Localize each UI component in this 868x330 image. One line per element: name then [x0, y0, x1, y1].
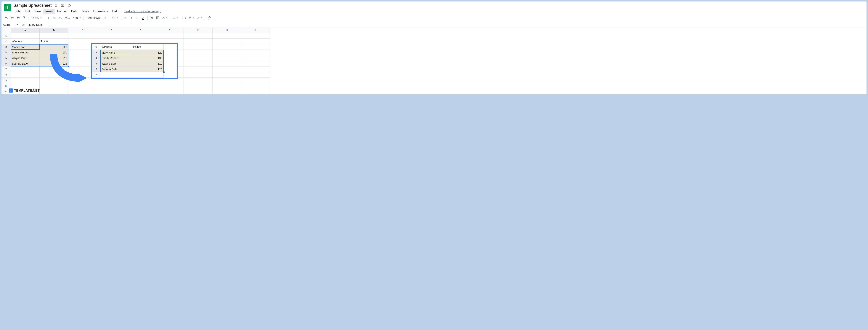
- cell[interactable]: [11, 83, 40, 89]
- cell[interactable]: [241, 61, 270, 66]
- print-button[interactable]: [16, 15, 21, 21]
- cell[interactable]: [241, 55, 270, 61]
- cell[interactable]: [241, 83, 270, 89]
- cell[interactable]: [97, 33, 126, 38]
- cell[interactable]: [241, 89, 270, 94]
- currency-button[interactable]: $: [46, 15, 51, 21]
- col-header-f[interactable]: F: [155, 28, 184, 33]
- cell[interactable]: [213, 55, 241, 61]
- menu-insert[interactable]: Insert: [43, 8, 55, 14]
- cell[interactable]: [213, 50, 241, 55]
- cell[interactable]: Belinda Dale: [11, 61, 40, 66]
- cell[interactable]: [213, 83, 241, 89]
- cell[interactable]: [126, 33, 155, 38]
- menu-tools[interactable]: Tools: [80, 8, 91, 14]
- bold-button[interactable]: B: [123, 15, 128, 21]
- cell[interactable]: [68, 33, 97, 38]
- text-color-button[interactable]: A: [141, 15, 146, 21]
- font-size-select[interactable]: 10▼: [111, 15, 120, 21]
- menu-edit[interactable]: Edit: [23, 8, 32, 14]
- menu-extensions[interactable]: Extensions: [91, 8, 110, 14]
- row-header[interactable]: 8: [1, 72, 11, 78]
- cell[interactable]: [213, 44, 241, 50]
- cell[interactable]: Points: [40, 38, 68, 44]
- cell[interactable]: Winners: [11, 38, 40, 44]
- menu-help[interactable]: Help: [110, 8, 121, 14]
- cell[interactable]: [97, 89, 126, 94]
- cell[interactable]: [213, 33, 241, 38]
- cell[interactable]: [40, 33, 68, 38]
- link-button[interactable]: [207, 15, 212, 21]
- cell[interactable]: 122: [40, 44, 68, 50]
- cell[interactable]: [184, 55, 213, 61]
- cell[interactable]: [241, 38, 270, 44]
- row-header[interactable]: 5: [1, 55, 11, 61]
- font-select[interactable]: Default (Ari...▼: [85, 15, 107, 21]
- doc-title[interactable]: Sample Spreadsheet: [13, 3, 52, 8]
- row-header[interactable]: 4: [1, 50, 11, 55]
- cell[interactable]: [213, 66, 241, 72]
- more-formats-button[interactable]: 123▼: [71, 15, 82, 21]
- cell[interactable]: [241, 78, 270, 83]
- v-align-button[interactable]: ▼: [180, 15, 187, 21]
- cell[interactable]: [184, 61, 213, 66]
- row-header[interactable]: 1: [1, 33, 11, 38]
- cell[interactable]: [11, 72, 40, 78]
- spreadsheet-grid[interactable]: A B C D E F G H I 1 2WinnersPoints 3Mary…: [1, 28, 867, 94]
- zoom-select[interactable]: 100%▼: [30, 15, 42, 21]
- menu-file[interactable]: File: [13, 8, 23, 14]
- cell[interactable]: [184, 50, 213, 55]
- cell[interactable]: [213, 38, 241, 44]
- name-box[interactable]: A3:B6▼: [1, 22, 20, 28]
- menu-view[interactable]: View: [32, 8, 43, 14]
- row-header[interactable]: 6: [1, 61, 11, 66]
- select-all-corner[interactable]: [1, 28, 11, 33]
- row-header[interactable]: 10: [1, 83, 11, 89]
- cell[interactable]: [241, 66, 270, 72]
- cell[interactable]: [213, 78, 241, 83]
- cell[interactable]: [241, 33, 270, 38]
- merge-button[interactable]: ▼: [161, 15, 168, 21]
- paint-format-button[interactable]: [22, 15, 27, 21]
- col-header-b[interactable]: B: [40, 28, 68, 33]
- percent-button[interactable]: %: [52, 15, 57, 21]
- col-header-a[interactable]: A: [11, 28, 40, 33]
- cell[interactable]: [241, 72, 270, 78]
- cell[interactable]: [68, 89, 97, 94]
- cell[interactable]: [40, 89, 68, 94]
- cell[interactable]: Wayne Burt: [11, 55, 40, 61]
- h-align-button[interactable]: ▼: [172, 15, 179, 21]
- cell[interactable]: [184, 72, 213, 78]
- borders-button[interactable]: [155, 15, 160, 21]
- cell[interactable]: [213, 89, 241, 94]
- cell[interactable]: Mary Kane: [11, 44, 40, 50]
- redo-button[interactable]: [10, 15, 15, 21]
- star-icon[interactable]: [54, 3, 58, 8]
- cell[interactable]: [97, 83, 126, 89]
- col-header-g[interactable]: G: [184, 28, 213, 33]
- col-header-c[interactable]: C: [68, 28, 97, 33]
- sheets-logo[interactable]: [4, 4, 11, 11]
- cell[interactable]: [155, 33, 184, 38]
- last-edit-link[interactable]: Last edit was 2 minutes ago: [124, 10, 161, 13]
- cell[interactable]: [241, 44, 270, 50]
- cell[interactable]: [184, 38, 213, 44]
- fill-color-button[interactable]: [149, 15, 154, 21]
- wrap-button[interactable]: ▼: [188, 15, 195, 21]
- row-header[interactable]: 3: [1, 44, 11, 50]
- strikethrough-button[interactable]: S: [135, 15, 140, 21]
- cell[interactable]: [11, 66, 40, 72]
- move-icon[interactable]: [60, 3, 65, 8]
- cell[interactable]: [184, 44, 213, 50]
- cell[interactable]: [184, 78, 213, 83]
- col-header-i[interactable]: I: [241, 28, 270, 33]
- cell[interactable]: [241, 50, 270, 55]
- undo-button[interactable]: [4, 15, 9, 21]
- cell[interactable]: [11, 33, 40, 38]
- cell[interactable]: [184, 89, 213, 94]
- formula-input[interactable]: Mary Kane: [27, 23, 867, 26]
- cell[interactable]: [11, 78, 40, 83]
- cloud-icon[interactable]: [67, 3, 71, 8]
- cell[interactable]: [184, 83, 213, 89]
- decrease-decimal-button[interactable]: .0←: [58, 15, 63, 21]
